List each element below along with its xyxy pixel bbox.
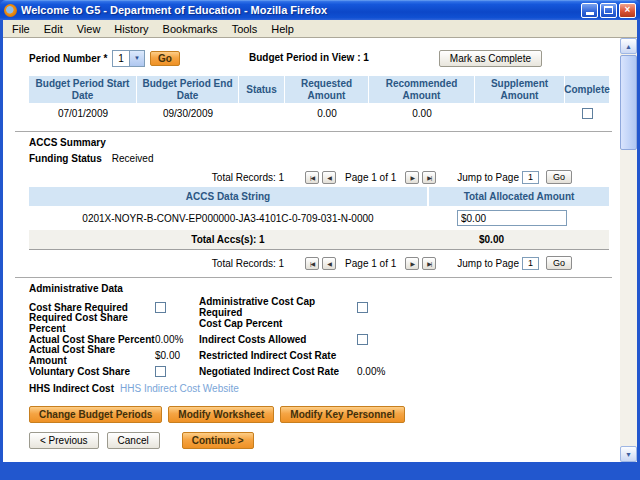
previous-button[interactable]: < Previous <box>29 432 99 449</box>
admin-row-5: Voluntary Cost Share Negotiated Indirect… <box>29 363 612 379</box>
jump-to-page-input[interactable] <box>522 171 539 184</box>
jump-to-page-label: Jump to Page <box>457 172 519 183</box>
page-indicator: Page 1 of 1 <box>345 258 396 269</box>
actual-cost-share-amount-label: Actual Cost Share Amount <box>29 344 155 366</box>
cell-end-date: 09/30/2009 <box>137 103 239 124</box>
voluntary-cost-share-checkbox[interactable] <box>155 366 166 377</box>
vertical-scrollbar[interactable]: ▲ ▼ <box>620 38 637 462</box>
maximize-icon <box>604 6 613 14</box>
total-records-label: Total Records: 1 <box>212 258 284 269</box>
divider <box>15 277 612 278</box>
period-number-label: Period Number * <box>29 53 107 64</box>
menu-help[interactable]: Help <box>264 21 301 37</box>
prev-page-button[interactable]: ◀ <box>322 171 336 184</box>
cell-requested: 0.00 <box>285 103 369 124</box>
hhs-indirect-cost-website-link[interactable]: HHS Indirect Cost Website <box>120 383 239 394</box>
administrative-data-title: Administrative Data <box>29 283 612 294</box>
window-title: Welcome to G5 - Department of Education … <box>21 4 577 16</box>
scrollbar-thumb[interactable] <box>620 55 637 150</box>
modify-worksheet-button[interactable]: Modify Worksheet <box>168 406 274 423</box>
continue-button[interactable]: Continue > <box>182 432 254 449</box>
complete-checkbox[interactable] <box>582 108 593 119</box>
divider <box>15 131 612 132</box>
window-controls: × <box>581 3 636 18</box>
voluntary-cost-share-label: Voluntary Cost Share <box>29 366 155 377</box>
indirect-costs-allowed-label: Indirect Costs Allowed <box>199 334 357 345</box>
cancel-button[interactable]: Cancel <box>107 432 160 449</box>
page-indicator: Page 1 of 1 <box>345 172 396 183</box>
minimize-button[interactable] <box>581 3 598 18</box>
jump-go-button[interactable]: Go <box>546 256 572 270</box>
admin-cost-cap-required-checkbox[interactable] <box>357 302 368 313</box>
next-page-button[interactable]: ▶ <box>405 257 419 270</box>
header-total-allocated: Total Allocated Amount <box>429 187 609 206</box>
mark-as-complete-button[interactable]: Mark as Complete <box>439 50 542 67</box>
accs-total-value: $0.00 <box>479 234 504 245</box>
header-end-date: Budget Period End Date <box>137 76 239 103</box>
jump-to-page-label: Jump to Page <box>457 258 519 269</box>
period-go-button[interactable]: Go <box>150 51 180 66</box>
accs-summary-title: ACCS Summary <box>29 137 612 148</box>
actual-cost-share-amount-value: $0.00 <box>155 350 199 361</box>
modify-key-personnel-button[interactable]: Modify Key Personnel <box>280 406 404 423</box>
accs-table: ACCS Data String Total Allocated Amount … <box>29 187 609 250</box>
menu-bar: File Edit View History Bookmarks Tools H… <box>3 20 637 38</box>
last-page-button[interactable]: ▶| <box>422 257 436 270</box>
section-actions-row: Change Budget Periods Modify Worksheet M… <box>29 406 612 423</box>
dropdown-arrow-icon: ▼ <box>129 51 144 66</box>
budget-table-row: 07/01/2009 09/30/2009 0.00 0.00 <box>29 103 609 124</box>
period-number-select[interactable]: 1 ▼ <box>112 50 145 67</box>
menu-view[interactable]: View <box>70 21 108 37</box>
menu-bookmarks[interactable]: Bookmarks <box>156 21 225 37</box>
maximize-button[interactable] <box>600 3 617 18</box>
page-content: Period Number * 1 ▼ Go Budget Period in … <box>3 38 620 462</box>
accs-total-row: Total Accs(s): 1 $0.00 <box>29 230 609 250</box>
accs-total-label: Total Accs(s): 1 <box>29 234 427 245</box>
last-page-button[interactable]: ▶| <box>422 171 436 184</box>
total-records-label: Total Records: 1 <box>212 172 284 183</box>
browser-viewport: Period Number * 1 ▼ Go Budget Period in … <box>3 38 637 462</box>
negotiated-indirect-cost-rate-value: 0.00% <box>357 366 612 377</box>
next-page-button[interactable]: ▶ <box>405 171 419 184</box>
actual-cost-share-percent-label: Actual Cost Share Percent <box>29 334 155 345</box>
header-requested: Requested Amount <box>285 76 369 103</box>
first-page-button[interactable]: |◀ <box>305 171 319 184</box>
menu-edit[interactable]: Edit <box>37 21 70 37</box>
menu-tools[interactable]: Tools <box>225 21 265 37</box>
header-status: Status <box>239 76 285 103</box>
cost-share-required-checkbox[interactable] <box>155 302 166 313</box>
jump-to-page-input[interactable] <box>522 257 539 270</box>
hhs-indirect-cost-label: HHS Indirect Cost <box>29 383 114 394</box>
close-button[interactable]: × <box>619 3 636 18</box>
required-cost-share-percent-label: Required Cost Share Percent <box>29 312 155 334</box>
cell-start-date: 07/01/2009 <box>29 103 137 124</box>
cell-status <box>239 103 285 124</box>
cell-supplement <box>475 103 565 124</box>
actual-cost-share-percent-value: 0.00% <box>155 334 199 345</box>
accs-pager-bottom: Total Records: 1 |◀ ◀ Page 1 of 1 ▶ ▶| J… <box>29 256 572 270</box>
prev-page-button[interactable]: ◀ <box>322 257 336 270</box>
period-controls-row: Period Number * 1 ▼ Go Budget Period in … <box>29 48 612 68</box>
cost-share-required-label: Cost Share Required <box>29 302 155 313</box>
header-start-date: Budget Period Start Date <box>29 76 137 103</box>
header-recommended: Recommended Amount <box>369 76 475 103</box>
accs-table-row: 0201X-NOYR-B-CONV-EP000000-JA3-4101C-0-7… <box>29 206 609 230</box>
menu-history[interactable]: History <box>107 21 155 37</box>
period-number-value: 1 <box>113 53 129 64</box>
firefox-window: Welcome to G5 - Department of Education … <box>0 0 640 480</box>
scroll-up-button[interactable]: ▲ <box>620 38 637 54</box>
change-budget-periods-button[interactable]: Change Budget Periods <box>29 406 162 423</box>
allocated-amount-input[interactable] <box>457 210 567 226</box>
title-bar: Welcome to G5 - Department of Education … <box>0 0 640 20</box>
navigation-row: < Previous Cancel Continue > <box>29 432 612 449</box>
indirect-costs-allowed-checkbox[interactable] <box>357 334 368 345</box>
admin-cost-cap-required-label: Administrative Cost Cap Required <box>199 296 357 318</box>
accs-data-string: 0201X-NOYR-B-CONV-EP000000-JA3-4101C-0-7… <box>29 213 427 224</box>
scroll-down-button[interactable]: ▼ <box>620 446 637 462</box>
menu-file[interactable]: File <box>5 21 37 37</box>
allocated-amount-cell <box>429 210 609 226</box>
negotiated-indirect-cost-rate-label: Negotiated Indirect Cost Rate <box>199 366 357 377</box>
jump-go-button[interactable]: Go <box>546 170 572 184</box>
funding-status-row: Funding Status Received <box>29 153 612 164</box>
first-page-button[interactable]: |◀ <box>305 257 319 270</box>
